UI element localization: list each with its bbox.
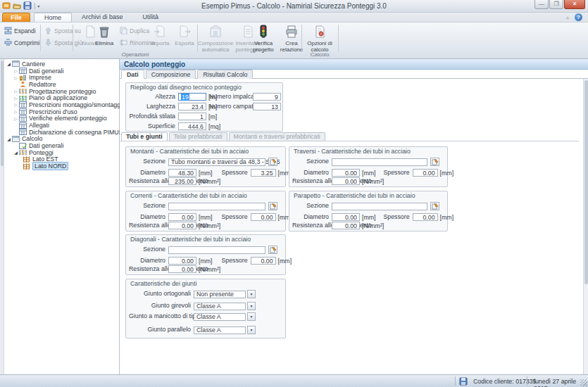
traversi-diametro-input[interactable]: 0.00: [332, 169, 360, 177]
correnti-sezione-input[interactable]: [168, 203, 265, 210]
tab-dati[interactable]: Dati: [121, 70, 144, 79]
tab-home[interactable]: Home: [34, 13, 72, 22]
tree-item-prescrizioni-montaggio[interactable]: ▷ Prescrizioni montaggio/smontaggio: [4, 101, 119, 108]
verifica-progetto-button[interactable]: Verifica progetto: [248, 25, 279, 53]
elimina-button[interactable]: Elimina: [89, 25, 120, 46]
collapse-tree-icon: [4, 39, 12, 46]
riepilogo-groupbox: Riepilogo dati disegno tecnico ponteggio…: [125, 82, 283, 132]
comprimi-button[interactable]: Comprimi: [3, 38, 41, 47]
resize-grip[interactable]: [580, 379, 587, 386]
giunto-girevoli-dropdown-icon[interactable]: ▾: [247, 302, 256, 310]
tree-item-imprese[interactable]: ▷ Imprese: [4, 74, 119, 81]
tree-item-progettazione-ponteggio[interactable]: ▷ Progettazione ponteggio: [4, 88, 119, 95]
maximize-button[interactable]: ❐: [549, 0, 563, 9]
parapetto-spessore-input[interactable]: 0.00: [413, 213, 438, 221]
move-down-icon: [44, 39, 52, 46]
correnti-diametro-input[interactable]: 0.00: [168, 213, 196, 221]
tree-item-allegati[interactable]: Allegati: [4, 122, 119, 129]
tab-risultati-calcolo[interactable]: Risultati Calcolo: [197, 70, 253, 79]
traversi-resistenza-input[interactable]: 0.00: [332, 177, 360, 185]
subtab-tubi-e-giunti[interactable]: Tubi e giunti: [121, 132, 168, 141]
parapetto-sezione-pick-button[interactable]: [430, 202, 439, 210]
tree-item-redattore[interactable]: Redattore: [4, 81, 119, 88]
tree-collapsed-icon[interactable]: ▷: [13, 96, 19, 101]
correnti-resistenza-input[interactable]: 0.00: [168, 222, 196, 229]
campate-input[interactable]: 13: [253, 103, 281, 110]
parapetto-diametro-input[interactable]: 0.00: [332, 213, 360, 221]
larghezza-label: Larghezza: [129, 103, 175, 110]
subtab-montanti-traversi-prefabbricati[interactable]: Montanti e traversi prefabbricati: [229, 132, 325, 141]
content-scrollbar[interactable]: [583, 79, 588, 374]
giunto-manicotto-select[interactable]: Classe A: [194, 313, 246, 321]
tab-utilita[interactable]: Utilità: [133, 13, 169, 22]
profondita-input[interactable]: 1: [178, 113, 206, 120]
file-tab[interactable]: File: [2, 13, 30, 22]
scaffold-side-icon: [23, 156, 30, 163]
tree-item-prescrizioni-duso[interactable]: ▷ Prescrizioni d'uso: [4, 108, 119, 115]
expand-tree-icon: [4, 27, 12, 34]
montanti-resistenza-input[interactable]: 235.00: [168, 177, 196, 185]
help-icon[interactable]: ?: [575, 13, 582, 21]
montanti-sezione-input[interactable]: Tubo montanti e traversi da 48,3 - S235: [168, 158, 265, 166]
composizione-automatica-button[interactable]: Composizione automatica: [200, 25, 231, 53]
giunto-parallelo-select[interactable]: Classe A: [194, 326, 246, 334]
montanti-spessore-input[interactable]: 3.25: [251, 169, 276, 177]
tree-collapsed-icon[interactable]: ▷: [13, 116, 19, 121]
profondita-label: Profondità stilata: [129, 113, 175, 120]
diagonali-diametro-input[interactable]: 0.00: [168, 257, 196, 265]
tree-collapsed-icon[interactable]: ▷: [13, 109, 19, 114]
giunto-manicotto-dropdown-icon[interactable]: ▾: [247, 312, 256, 321]
selected-tree-label: Lato NORD: [32, 162, 68, 170]
tree-expanded-icon[interactable]: ◢: [13, 150, 19, 155]
larghezza-input[interactable]: 23.4: [178, 103, 206, 110]
diagonali-sezione-input[interactable]: [168, 246, 265, 254]
tree-collapsed-icon[interactable]: ▷: [13, 68, 19, 73]
tree-item-verifiche-elementi[interactable]: ▷ Verifiche elementi ponteggio: [4, 115, 119, 122]
tree-item-piano-di-applicazione[interactable]: ▷ Piano di applicazione: [4, 94, 119, 101]
diagonali-spessore-input[interactable]: 0.00: [251, 257, 276, 265]
correnti-sezione-pick-button[interactable]: [268, 202, 277, 210]
impalcati-input[interactable]: 9: [253, 93, 281, 101]
giunto-ortogonali-select[interactable]: Non presente: [194, 291, 246, 298]
correnti-spessore-input[interactable]: 0.00: [251, 213, 276, 221]
tree-collapsed-icon[interactable]: ▷: [13, 89, 19, 94]
content-scrollbar-thumb[interactable]: [584, 80, 588, 284]
diagonali-sezione-pick-button[interactable]: [268, 246, 277, 254]
traversi-sezione-input[interactable]: [332, 158, 427, 166]
opzioni-di-calcolo-button[interactable]: Opzioni di calcolo: [304, 25, 335, 53]
diagonali-resistenza-input[interactable]: 0.00: [168, 265, 196, 273]
tree-item-dati-generali[interactable]: ▷ Dati generali: [4, 68, 119, 75]
espandi-button[interactable]: Espandi: [3, 26, 41, 35]
subtab-telai-prefabbricati[interactable]: Telai prefabbricati: [169, 132, 227, 141]
tree-item-calcolo[interactable]: ◢ Calcolo: [4, 136, 119, 143]
giunto-parallelo-dropdown-icon[interactable]: ▾: [247, 326, 256, 334]
tab-composizione[interactable]: Composizione: [146, 70, 196, 79]
esporta-button[interactable]: Esporta: [169, 25, 200, 46]
tree-collapsed-icon[interactable]: ▷: [13, 102, 19, 107]
traversi-spessore-input[interactable]: 0.00: [413, 169, 438, 177]
superficie-input[interactable]: 444.6: [178, 122, 206, 130]
traversi-sezione-pick-button[interactable]: [430, 158, 439, 166]
tree-item-calcolo-dati-generali[interactable]: Dati generali: [4, 142, 119, 149]
parapetto-sezione-input[interactable]: [332, 203, 427, 210]
tree-item-dichiarazione-pimus[interactable]: Dichiarazione di consegna PIMUS: [4, 129, 119, 136]
tab-archivi-di-base[interactable]: Archivi di base: [72, 13, 133, 22]
tree-item-ponteggi[interactable]: ◢ Ponteggi: [4, 149, 119, 156]
tree-expanded-icon[interactable]: ◢: [6, 137, 12, 141]
montanti-sezione-pick-button[interactable]: [268, 158, 277, 166]
crea-relazione-button[interactable]: Crea relazione: [276, 25, 307, 53]
close-button[interactable]: ✕: [564, 0, 585, 9]
parapetto-resistenza-input[interactable]: 0.00: [332, 222, 360, 229]
montanti-diametro-input[interactable]: 48.30: [168, 169, 196, 177]
minimize-button[interactable]: —: [534, 0, 549, 9]
content-panel: Calcolo ponteggio Dati Composizione Risu…: [120, 59, 588, 374]
tree-scrollbar-thumb[interactable]: [1, 61, 4, 166]
giunto-ortogonali-dropdown-icon[interactable]: ▾: [247, 290, 256, 298]
tree-expanded-icon[interactable]: ◢: [6, 61, 12, 66]
tree-item-cantiere[interactable]: ◢ Cantiere: [4, 61, 119, 68]
giunto-girevoli-select[interactable]: Classe A: [194, 303, 246, 310]
collapse-ribbon-icon[interactable]: ▵: [566, 14, 569, 20]
tree-collapsed-icon[interactable]: ▷: [13, 75, 19, 80]
altezza-input[interactable]: 19: [178, 93, 206, 101]
tree-item-lato-nord[interactable]: Lato NORD: [4, 163, 119, 170]
